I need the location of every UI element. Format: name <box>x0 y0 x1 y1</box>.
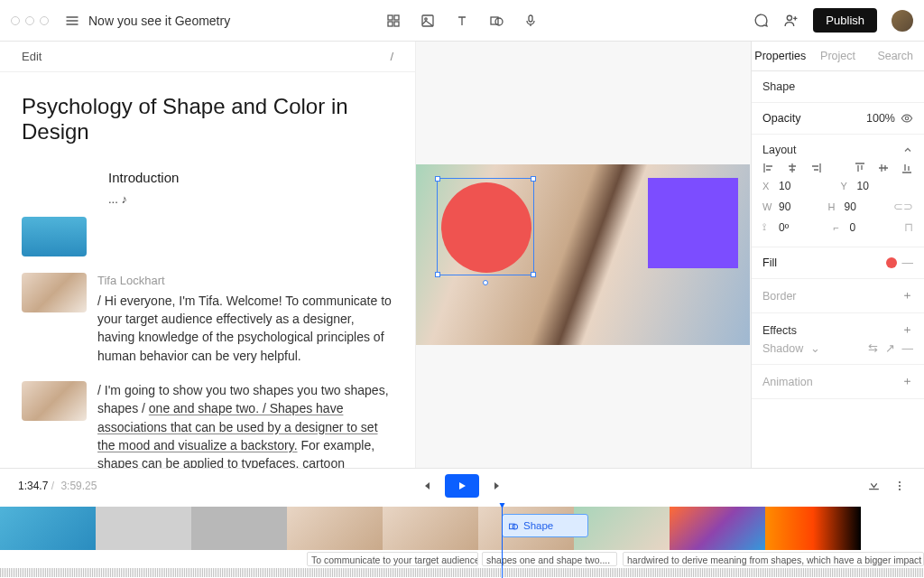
user-avatar[interactable] <box>892 10 913 32</box>
scene-thumbnail[interactable] <box>22 381 87 421</box>
svg-point-5 <box>425 18 427 20</box>
remove-shadow-icon[interactable]: — <box>902 342 914 355</box>
align-left-icon[interactable] <box>762 162 775 174</box>
add-border-icon[interactable]: ＋ <box>901 288 913 303</box>
timeline-clip[interactable] <box>670 507 765 550</box>
fill-color-swatch[interactable] <box>886 257 897 268</box>
script-panel: Edit / Psychology of Shape and Color in … <box>0 42 415 468</box>
grid-icon[interactable] <box>386 14 401 28</box>
transcript-text[interactable]: / Hi everyone, I'm Tifa. Welcome! To com… <box>97 294 392 363</box>
speaker-name: Tifa Lockhart <box>97 273 393 290</box>
add-animation-icon[interactable]: ＋ <box>901 374 913 389</box>
align-center-h-icon[interactable] <box>786 162 799 174</box>
timeline-shape-clip[interactable]: Shape <box>502 514 588 537</box>
timeline[interactable]: Shape To communicate to your target audi… <box>0 503 924 578</box>
next-frame-icon[interactable] <box>492 480 504 492</box>
transcript-text[interactable]: / I'm going to show you two shapes you t… <box>97 381 393 468</box>
h-input[interactable]: 90 <box>845 200 856 213</box>
animation-section-h: Animation <box>762 376 813 388</box>
svg-point-13 <box>899 489 901 490</box>
scene-thumbnail[interactable] <box>22 273 87 312</box>
more-icon[interactable] <box>893 480 906 493</box>
rotation-input[interactable]: 0º <box>779 221 789 234</box>
tab-properties[interactable]: Properties <box>752 42 809 70</box>
breadcrumb: Edit / <box>0 42 415 72</box>
page-title: Psychology of Shape and Color in Design <box>22 94 393 144</box>
image-icon[interactable] <box>420 14 435 28</box>
w-input[interactable]: 90 <box>779 200 790 213</box>
add-effect-icon[interactable]: ＋ <box>901 322 913 338</box>
collapse-icon[interactable] <box>902 144 913 155</box>
align-right-icon[interactable] <box>809 162 822 174</box>
square-shape[interactable] <box>648 178 738 268</box>
y-input[interactable]: 10 <box>857 180 869 192</box>
shape-tool-icon[interactable] <box>489 14 504 28</box>
breadcrumb-edit[interactable]: Edit <box>22 50 42 63</box>
mic-icon[interactable] <box>523 14 538 28</box>
caption-segment[interactable]: To communicate to your target audience..… <box>307 552 478 566</box>
chevron-down-icon[interactable]: ⌄ <box>810 341 820 355</box>
effects-section-h: Effects <box>762 324 797 337</box>
opacity-value[interactable]: 100% <box>866 112 895 125</box>
caption-segment[interactable]: hardwired to derive meaning from shapes,… <box>623 552 924 566</box>
corner-input[interactable]: 0 <box>850 221 856 234</box>
play-button[interactable] <box>445 474 479 498</box>
svg-rect-0 <box>388 15 393 20</box>
selection-frame[interactable] <box>437 178 534 275</box>
visibility-icon[interactable] <box>901 112 913 125</box>
canvas[interactable] <box>415 42 751 468</box>
text-icon[interactable] <box>455 14 469 28</box>
timecode: 1:34.7 / 3:59.25 <box>18 480 97 492</box>
opacity-row[interactable]: Opacity 100% <box>752 103 924 135</box>
x-input[interactable]: 10 <box>779 180 790 192</box>
timeline-clip[interactable] <box>765 507 861 550</box>
align-bottom-icon[interactable] <box>901 162 913 174</box>
project-title[interactable]: Now you see it Geometry <box>88 14 230 28</box>
timeline-clip[interactable] <box>191 507 287 550</box>
circle-shape[interactable] <box>441 182 531 273</box>
link-size-icon[interactable]: ⊂⊃ <box>893 200 913 213</box>
corner-icon: ⌐ <box>834 222 845 233</box>
svg-rect-2 <box>388 22 393 26</box>
align-center-v-icon[interactable] <box>877 162 890 174</box>
fill-section-h: Fill <box>762 256 777 269</box>
corners-expand-icon[interactable]: ⊓ <box>904 220 913 234</box>
shape-section-h: Shape <box>762 80 913 93</box>
layout-section-h: Layout <box>762 144 797 156</box>
timeline-clip[interactable] <box>287 507 383 550</box>
window-traffic-lights[interactable] <box>11 16 49 25</box>
properties-panel: Properties Project Search Shape Opacity … <box>751 42 924 468</box>
top-toolbar: Now you see it Geometry Publish <box>0 0 924 42</box>
svg-point-9 <box>788 15 792 20</box>
svg-rect-8 <box>529 15 532 22</box>
footer: 1:34.7 / 3:59.25 Shape To commun <box>0 468 924 578</box>
breadcrumb-slash: / <box>390 50 393 63</box>
svg-point-7 <box>495 18 503 25</box>
add-user-icon[interactable] <box>783 13 799 28</box>
align-top-icon[interactable] <box>854 162 866 174</box>
timeline-clip[interactable] <box>96 507 191 550</box>
svg-point-11 <box>899 481 901 483</box>
svg-point-15 <box>513 524 518 529</box>
svg-rect-3 <box>394 22 399 26</box>
svg-point-10 <box>905 117 909 120</box>
border-section-h: Border <box>762 290 797 303</box>
rotation-icon: ⟟ <box>762 221 773 233</box>
menu-icon[interactable] <box>65 14 79 28</box>
scene-thumbnail[interactable] <box>22 217 87 256</box>
timeline-clip[interactable] <box>383 507 478 550</box>
remove-fill-icon[interactable]: — <box>902 256 914 269</box>
tab-search[interactable]: Search <box>866 42 924 70</box>
timeline-settings-icon[interactable] <box>867 480 881 493</box>
svg-point-12 <box>899 485 901 487</box>
shadow-settings-icon[interactable]: ⇆ <box>868 341 878 355</box>
shadow-curve-icon[interactable]: ↗ <box>885 341 895 355</box>
shadow-label[interactable]: Shadow <box>762 342 803 355</box>
timeline-clip[interactable] <box>0 507 96 550</box>
tab-project[interactable]: Project <box>809 42 867 70</box>
publish-button[interactable]: Publish <box>813 8 877 33</box>
svg-rect-1 <box>394 15 399 20</box>
chat-icon[interactable] <box>753 13 769 28</box>
playhead[interactable] <box>502 503 503 578</box>
prev-frame-icon[interactable] <box>420 480 432 492</box>
